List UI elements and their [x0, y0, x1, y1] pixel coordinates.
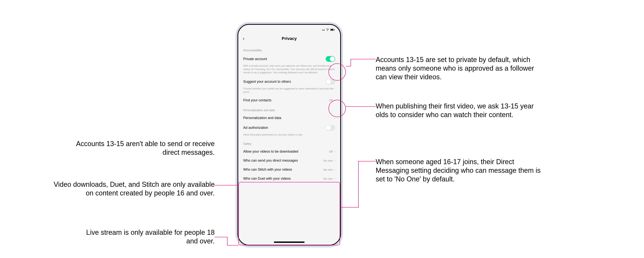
- annotation-right-3: When someone aged 16-17 joins, their Dir…: [376, 157, 544, 183]
- annotation-left-2: Video downloads, Duet, and Stitch are on…: [54, 180, 215, 197]
- stitch-value: No one: [323, 168, 332, 171]
- duet-value: No one: [323, 177, 332, 180]
- dm-label: Who can send you direct messages: [243, 159, 298, 163]
- downloads-label: Allow your videos to be downloaded: [243, 150, 298, 154]
- annotation-left-3: Live stream is only available for people…: [77, 228, 215, 245]
- page-title: Privacy: [238, 36, 340, 41]
- row-personalization[interactable]: Personalization and data ›: [238, 113, 340, 122]
- stitch-label: Who can Stitch with your videos: [243, 168, 292, 172]
- chevron-right-icon: ›: [334, 159, 335, 162]
- section-personalization-label: Personalization and data: [238, 105, 340, 113]
- row-suggest-account[interactable]: Suggest your account to others: [238, 76, 340, 87]
- wifi-icon: [326, 28, 329, 32]
- ad-authorization-desc: Allow third-party advertisers to use you…: [238, 133, 340, 139]
- row-ad-authorization[interactable]: Ad authorization: [238, 122, 340, 133]
- status-bar: ▪▪▪: [238, 25, 340, 33]
- annotation-right-2: When publishing their first video, we as…: [376, 102, 544, 119]
- signal-icon: ▪▪▪: [322, 28, 325, 32]
- personalization-row-label: Personalization and data: [243, 116, 281, 120]
- private-account-desc: With a private account, only users you a…: [238, 64, 340, 76]
- chevron-right-icon: ›: [334, 168, 335, 171]
- row-direct-messages[interactable]: Who can send you direct messages No one›: [238, 156, 340, 165]
- private-account-toggle[interactable]: [326, 56, 335, 62]
- suggest-account-desc: Choose whether your profile can be sugge…: [238, 87, 340, 96]
- back-icon[interactable]: ‹: [243, 36, 244, 41]
- ad-authorization-label: Ad authorization: [243, 126, 268, 130]
- svg-rect-2: [334, 29, 335, 30]
- svg-rect-1: [330, 29, 333, 30]
- duet-label: Who can Duet with your videos: [243, 177, 291, 181]
- callout-circle-private-toggle: [328, 63, 346, 81]
- row-find-contacts[interactable]: Find your contacts Off›: [238, 96, 340, 105]
- dm-value: No one: [323, 159, 332, 162]
- row-stitch[interactable]: Who can Stitch with your videos No one›: [238, 165, 340, 174]
- row-duet[interactable]: Who can Duet with your videos No one›: [238, 174, 340, 183]
- find-contacts-label: Find your contacts: [243, 98, 272, 102]
- row-downloads[interactable]: Allow your videos to be downloaded Off›: [238, 147, 340, 156]
- chevron-right-icon: ›: [334, 150, 335, 153]
- callout-circle-suggest-toggle: [328, 100, 346, 117]
- downloads-value: Off: [329, 150, 333, 153]
- annotation-left-1: Accounts 13-15 aren't able to send or re…: [69, 139, 215, 157]
- ad-authorization-toggle[interactable]: [326, 125, 335, 131]
- callout-box-safety: [238, 182, 340, 245]
- row-private-account[interactable]: Private account: [238, 53, 340, 64]
- suggest-account-label: Suggest your account to others: [243, 80, 291, 84]
- battery-icon: [330, 28, 335, 32]
- section-discoverability-label: Discoverability: [238, 45, 340, 53]
- chevron-right-icon: ›: [334, 177, 335, 180]
- private-account-label: Private account: [243, 57, 267, 61]
- section-safety-label: Safety: [238, 138, 340, 147]
- annotation-right-1: Accounts 13-15 are set to private by def…: [376, 55, 544, 81]
- app-header: ‹ Privacy: [238, 33, 340, 45]
